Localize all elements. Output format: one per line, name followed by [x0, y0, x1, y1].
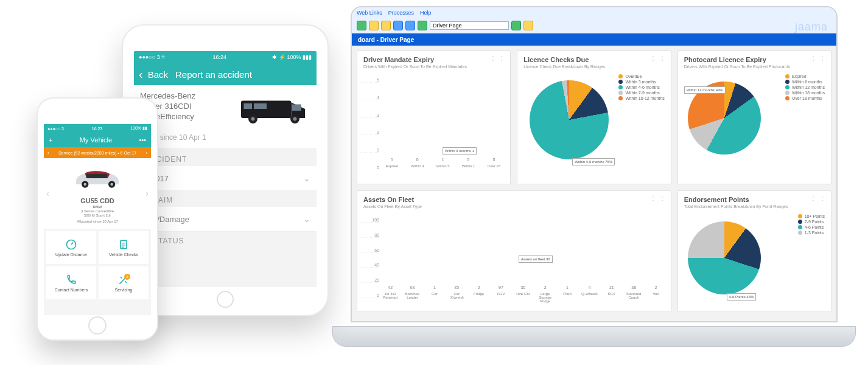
next-vehicle-icon[interactable]: › — [145, 189, 149, 198]
card-photocard-expiry: ⋮ ⋮ Photocard Licence Expiry Drivers Wit… — [677, 50, 831, 184]
add-button[interactable]: + — [49, 136, 52, 144]
svg-rect-3 — [254, 103, 267, 109]
y-axis: 100806040200 — [361, 218, 379, 298]
action-grid: Update Distance Vehicle Checks Contact N… — [44, 229, 151, 302]
card-title: Endorsement Points — [684, 196, 825, 203]
battery-indicator: ✱ ⚡ 100% ▮▮▮ — [272, 54, 312, 60]
svg-rect-8 — [86, 174, 107, 178]
allocation-date: cated since 10 Apr 1 — [140, 133, 310, 143]
clipboard-icon — [117, 238, 130, 251]
menu-help[interactable]: Help — [420, 10, 432, 16]
section-header-claim: F CLAIM — [140, 196, 317, 204]
laptop-device-frame: Web Links Processes Help jaama doard - D… — [332, 0, 856, 347]
vehicle-make: BMW — [49, 205, 146, 209]
claim-type-row[interactable]: ident/Damage ⌄ — [134, 207, 317, 232]
notification-badge: 2 — [124, 274, 130, 280]
status-bar: ●●●○○ 3 ᯤ 16:24 ✱ ⚡ 100% ▮▮▮ — [134, 51, 317, 63]
battery-indicator: 100% ▮▮ — [130, 126, 147, 131]
chevron-down-icon: ⌄ — [303, 173, 310, 183]
home-button[interactable] — [88, 316, 107, 335]
chart-callout: 4-6 Points 45% — [727, 293, 757, 301]
clock: 16:24 — [213, 54, 227, 60]
toolbar-icon[interactable] — [369, 21, 379, 30]
card-subtitle: Drivers With Expired Or Soon To Be Expir… — [684, 64, 825, 69]
car-image — [70, 164, 125, 193]
phone-screen: ●●●○○ 3 16:23 100% ▮▮ + My Vehicle ••• ‹… — [44, 124, 151, 315]
tile-contact-numbers[interactable]: Contact Numbers — [46, 266, 96, 299]
brand-logo: jaama — [795, 21, 828, 33]
status-bar: ●●●○○ 3 16:23 100% ▮▮ — [44, 124, 151, 133]
phone-device-frame: ●●●○○ 3 16:23 100% ▮▮ + My Vehicle ••• ‹… — [37, 97, 158, 341]
prev-vehicle-icon[interactable]: ‹ — [46, 189, 49, 198]
card-assets-on-fleet: ⋮ ⋮ Assets On Fleet Assets On Fleet By A… — [357, 190, 671, 312]
svg-rect-2 — [244, 103, 253, 109]
tile-servicing[interactable]: Servicing 2 — [99, 266, 149, 299]
menu-processes[interactable]: Processes — [388, 10, 414, 16]
service-banner[interactable]: ‹ Service (52 weeks/2000 miles) • 6 Oct … — [44, 147, 151, 158]
app-menubar[interactable]: Web Links Processes Help — [352, 7, 836, 18]
app-toolbar — [352, 18, 836, 33]
toolbar-icon[interactable] — [418, 21, 427, 30]
card-subtitle: Drivers With Expired Or Soon To Be Expir… — [363, 64, 504, 69]
menu-weblinks[interactable]: Web Links — [357, 10, 382, 16]
toolbar-search-icon[interactable] — [405, 21, 415, 30]
bar-chart: 5Expired0Within 31Within 50Within 10Over… — [382, 78, 504, 170]
more-icon[interactable]: ••• — [139, 136, 146, 144]
svg-point-10 — [84, 183, 87, 186]
toolbar-folder-icon[interactable] — [523, 21, 533, 30]
chevron-left-icon[interactable]: ‹ — [47, 151, 49, 155]
laptop-base — [332, 326, 856, 347]
carrier-signal: ●●●○○ 3 ᯤ — [139, 54, 167, 60]
odometer-icon — [65, 238, 77, 251]
home-button[interactable] — [217, 291, 234, 308]
laptop-screen: Web Links Processes Help jaama doard - D… — [351, 6, 838, 322]
page-title: Report an accident — [173, 69, 312, 80]
svg-rect-1 — [292, 105, 301, 111]
toolbar-page-input[interactable] — [430, 21, 509, 30]
card-endorsement-points: ⋮ ⋮ Endorsement Points Total Endorsement… — [677, 190, 831, 312]
card-menu-icon[interactable]: ⋮ ⋮ — [650, 55, 666, 61]
chart-callout: Within 9 months 1 — [443, 147, 477, 155]
back-button[interactable]: Back — [148, 69, 168, 80]
chart-legend: 10+ Points7-9 Points4-6 Points1-3 Points — [798, 213, 825, 236]
chart-legend: ExpiredWithin 6 monthsWithin 12 monthsWi… — [785, 73, 825, 102]
card-menu-icon[interactable]: ⋮ ⋮ — [810, 55, 826, 61]
chevron-right-icon[interactable]: › — [146, 151, 147, 155]
tile-vehicle-checks[interactable]: Vehicle Checks — [99, 231, 149, 264]
date-row[interactable]: 03/2017 ⌄ — [134, 166, 317, 191]
vehicle-trim: 320i M Sport 2dr — [49, 214, 146, 217]
vehicle-card: ‹ › GU55 CDD BMW 3 Series Convertible 32… — [44, 158, 151, 229]
tile-label: Vehicle Checks — [109, 252, 138, 257]
chart-legend: OverdueWithin 3 monthsWithin 4-6 monthsW… — [618, 73, 664, 102]
toolbar-go-icon[interactable] — [511, 21, 521, 30]
tile-update-distance[interactable]: Update Distance — [46, 231, 96, 264]
carrier-signal: ●●●○○ 3 — [47, 127, 64, 131]
card-title: Assets On Fleet — [363, 196, 665, 203]
registration-plate: GU55 CDD — [49, 197, 146, 204]
svg-point-7 — [293, 117, 297, 121]
page-title-bar: doard - Driver Page — [352, 33, 836, 46]
card-title: Driver Mandate Expiry — [363, 56, 504, 63]
card-driver-mandate-expiry: ⋮ ⋮ Driver Mandate Expiry Drivers With E… — [357, 50, 511, 184]
tablet-screen: ●●●○○ 3 ᯤ 16:24 ✱ ⚡ 100% ▮▮▮ ‹ Back Repo… — [134, 51, 317, 287]
svg-point-12 — [110, 183, 113, 186]
chevron-down-icon: ⌄ — [303, 214, 310, 224]
card-licence-checks-due: ⋮ ⋮ Licence Checks Due Licence Check Due… — [517, 50, 671, 184]
card-menu-icon[interactable]: ⋮ ⋮ — [650, 195, 666, 201]
pie-chart — [688, 221, 761, 294]
toolbar-icon[interactable] — [393, 21, 403, 30]
card-menu-icon[interactable]: ⋮ ⋮ — [490, 55, 506, 61]
toolbar-icon[interactable] — [381, 21, 391, 30]
svg-rect-0 — [241, 101, 292, 119]
card-subtitle: Assets On Fleet By Asset Type — [363, 204, 665, 209]
section-header-incident: F INCIDENT — [140, 155, 317, 164]
clock: 16:23 — [92, 127, 103, 131]
back-icon[interactable]: ‹ — [139, 68, 143, 82]
card-subtitle: Total Endorsement Points Breakdown By Po… — [684, 204, 825, 209]
toolbar-icon[interactable] — [357, 21, 366, 30]
page-title: My Vehicle — [80, 136, 112, 144]
vehicle-model: 3 Series Convertible — [49, 209, 146, 213]
vehicle-summary-card: Mercedes-Benz printer 316CDI t BlueEffic… — [134, 85, 317, 149]
card-menu-icon[interactable]: ⋮ ⋮ — [810, 195, 826, 201]
card-subtitle: Licence Check Due Breakdown By Ranges — [523, 64, 664, 69]
